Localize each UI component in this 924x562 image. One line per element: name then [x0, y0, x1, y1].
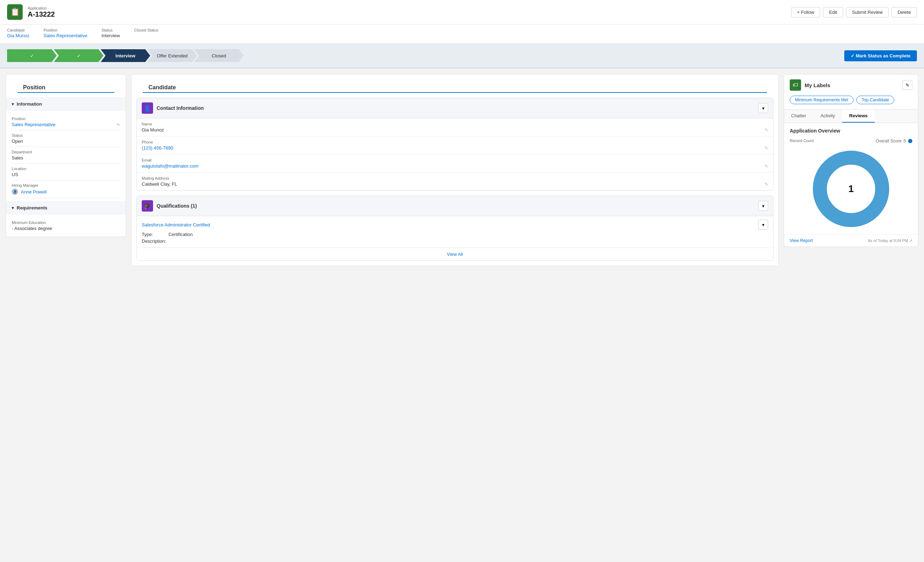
tabs-row: Chatter Activity Reviews [784, 109, 918, 123]
chevron-down-icon: ▾ [12, 102, 14, 107]
edit-position-icon[interactable]: ✎ [117, 122, 120, 127]
stage-item-offer[interactable]: Offer Extended [147, 49, 197, 62]
qualification-name-link[interactable]: Salesforce Administrator Certified [142, 222, 210, 227]
qualifications-card-icon: 🎓 [142, 200, 153, 212]
app-icon: 📋 [7, 4, 22, 20]
view-report-row: View Report As of Today at 9:04 PM ↗ [784, 234, 918, 246]
label-badge-min-req[interactable]: Minimum Requirements Met [790, 96, 854, 104]
requirements-fields: Minimum Education - Associates degree [6, 215, 126, 237]
min-education-value: - Associates degree [12, 226, 52, 231]
stage-item-1[interactable]: ✓ [7, 49, 57, 62]
overview-title: Application Overview [790, 128, 912, 134]
stage-item-closed[interactable]: Closed [194, 49, 244, 62]
donut-center-value: 1 [848, 183, 854, 195]
hiring-manager-link[interactable]: Anne Powell [21, 189, 46, 195]
contact-name-value: Gia Munoz [142, 127, 164, 132]
edit-name-icon[interactable]: ✎ [765, 128, 768, 132]
breadcrumb-closed-status: Closed Status [134, 28, 158, 38]
phone-link[interactable]: (123) 456-7890 [142, 145, 173, 150]
labels-header: 🏷 My Labels ✎ [784, 74, 918, 96]
labels-edit-button[interactable]: ✎ [902, 80, 912, 90]
position-link[interactable]: Sales Representative [44, 33, 87, 38]
labels-title: My Labels [805, 82, 831, 88]
information-fields: Position Sales Representative ✎ Status O… [6, 111, 126, 201]
view-report-link[interactable]: View Report [790, 238, 813, 243]
breadcrumb-status: Status Interview [101, 28, 120, 38]
qualification-item-dropdown[interactable]: ▾ [758, 220, 768, 230]
record-count-label: Record Count [790, 138, 814, 144]
overview-section: Application Overview Record Count Overal… [784, 123, 918, 234]
qual-type-label: Type: [142, 232, 153, 237]
main-content: Position ▾ Information Position Sales Re… [0, 68, 924, 272]
tab-activity[interactable]: Activity [813, 110, 842, 123]
field-status: Status Open [12, 131, 120, 147]
position-panel-title: Position [17, 80, 114, 93]
donut-chart-wrapper: 1 [790, 146, 912, 229]
header-actions: + Follow Edit Submit Review Delete [791, 7, 917, 17]
delete-button[interactable]: Delete [891, 7, 917, 17]
score-value: 5 [903, 138, 906, 144]
breadcrumb-row: Candidate Gia Munoz Position Sales Repre… [0, 24, 924, 44]
view-all-button[interactable]: View All [137, 248, 773, 260]
contact-card-title: Contact Information [157, 105, 204, 111]
address-value: Caldwell Clay, FL [142, 182, 177, 187]
contact-card-icon: 👤 [142, 102, 153, 114]
contact-card-header: 👤 Contact Information ▾ [137, 98, 773, 118]
contact-phone-field: Phone (123) 456-7890 ✎ [137, 137, 773, 155]
label-badge-top-candidate[interactable]: Top Candidate [856, 96, 894, 104]
qualifications-dropdown-button[interactable]: ▾ [758, 201, 768, 211]
labels-icon: 🏷 [790, 80, 801, 91]
edit-button[interactable]: Edit [823, 7, 843, 17]
label-badges: Minimum Requirements Met Top Candidate [784, 96, 918, 109]
report-timestamp: As of Today at 9:04 PM ↗ [868, 239, 912, 243]
department-value: Sales [12, 155, 23, 161]
contact-address-field: Mailing Address Caldwell Clay, FL ✎ [137, 173, 773, 190]
contact-card: 👤 Contact Information ▾ Name Gia Munoz ✎… [136, 98, 773, 191]
contact-dropdown-button[interactable]: ▾ [758, 103, 768, 113]
candidate-panel-title: Candidate [143, 80, 767, 93]
right-panel: 🏷 My Labels ✎ Minimum Requirements Met T… [784, 74, 918, 247]
requirements-section-header[interactable]: ▾ Requirements [6, 201, 126, 215]
contact-name-field: Name Gia Munoz ✎ [137, 118, 773, 137]
contact-email-field: Email wagulotafo@mailinator.com ✎ [137, 155, 773, 173]
hiring-manager-avatar: 👤 [12, 188, 18, 195]
qualification-item: Salesforce Administrator Certified ▾ Typ… [142, 216, 768, 248]
breadcrumb-position: Position Sales Representative [44, 28, 87, 38]
qualifications-card-title: Qualifications (1) [157, 203, 197, 209]
middle-panel: Candidate 👤 Contact Information ▾ Name G… [131, 74, 779, 266]
stage-item-interview[interactable]: Interview [100, 49, 150, 62]
position-value-link[interactable]: Sales Representative [12, 122, 56, 127]
left-panel: Position ▾ Information Position Sales Re… [6, 74, 126, 237]
information-label: Information [16, 101, 42, 107]
qualifications-list: Salesforce Administrator Certified ▾ Typ… [137, 216, 773, 248]
app-header: 📋 Application A-13222 + Follow Edit Subm… [0, 0, 924, 24]
app-title-group: Application A-13222 [28, 6, 55, 18]
edit-email-icon[interactable]: ✎ [765, 164, 768, 169]
header-left: 📋 Application A-13222 [7, 4, 55, 20]
chevron-down-icon-req: ▾ [12, 206, 14, 210]
edit-phone-icon[interactable]: ✎ [765, 146, 768, 150]
score-dot [908, 139, 912, 143]
field-location: Location US [12, 164, 120, 180]
field-min-education: Minimum Education - Associates degree [12, 218, 120, 234]
breadcrumb-candidate: Candidate Gia Munoz [7, 28, 29, 38]
field-position: Position Sales Representative ✎ [12, 114, 120, 131]
information-section-header[interactable]: ▾ Information [6, 97, 126, 111]
email-link[interactable]: wagulotafo@mailinator.com [142, 163, 198, 169]
field-hiring-manager: Hiring Manager 👤 Anne Powell [12, 180, 120, 198]
stage-item-2[interactable]: ✓ [54, 49, 104, 62]
overall-score-label: Overall Score [876, 138, 902, 144]
edit-address-icon[interactable]: ✎ [765, 182, 768, 187]
stage-bar: ✓ ✓ Interview Offer Extended Closed ✓ Ma… [0, 44, 924, 68]
submit-review-button[interactable]: Submit Review [846, 7, 889, 17]
qual-desc-label: Description: [142, 239, 166, 244]
mark-status-button[interactable]: ✓ Mark Status as Complete [844, 50, 917, 61]
field-department: Department Sales [12, 147, 120, 164]
qual-type-value: Certification [168, 232, 193, 237]
tab-chatter[interactable]: Chatter [784, 110, 813, 123]
requirements-label: Requirements [16, 205, 48, 210]
follow-button[interactable]: + Follow [791, 7, 820, 17]
tab-reviews[interactable]: Reviews [842, 110, 875, 123]
candidate-link[interactable]: Gia Munoz [7, 33, 29, 38]
qualifications-card: 🎓 Qualifications (1) ▾ Salesforce Admini… [136, 195, 773, 261]
